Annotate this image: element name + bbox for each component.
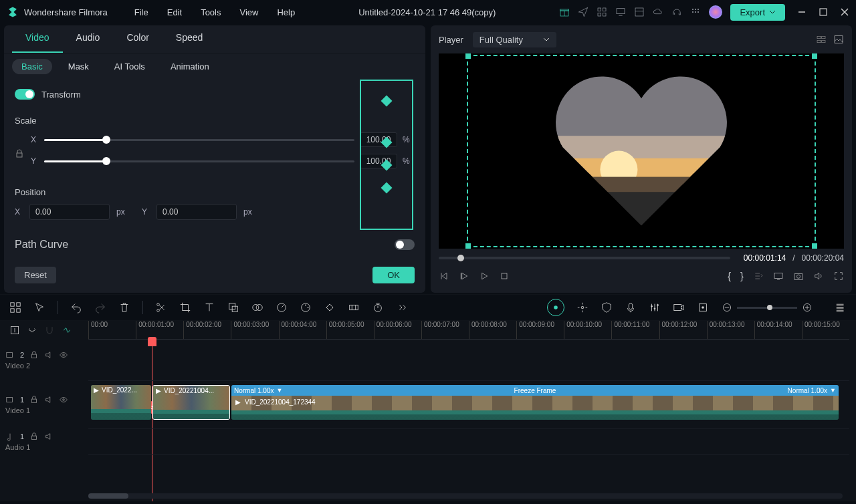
clip-2-selected[interactable]: ▶ VID_20221004...	[152, 385, 230, 420]
record-icon[interactable]	[673, 301, 685, 313]
track-video-2[interactable]: 2 Video 2	[88, 340, 849, 381]
avatar-icon[interactable]	[709, 5, 722, 19]
window-maximize-icon[interactable]	[819, 7, 828, 17]
pos-y-input[interactable]: 0.00	[156, 204, 237, 220]
send-icon[interactable]	[578, 7, 588, 17]
marker-list-icon[interactable]	[753, 271, 764, 281]
scale-x-slider[interactable]	[44, 139, 354, 141]
track-video-1[interactable]: 1 Video 1 ▶ VID_2022... ▶ VID_20221004..…	[88, 381, 849, 429]
keyframe-scale-y-icon[interactable]	[381, 160, 393, 171]
subtab-basic[interactable]: Basic	[12, 59, 52, 74]
lock-icon[interactable]	[29, 395, 39, 404]
scale-y-slider[interactable]	[44, 160, 354, 162]
track-audio-1[interactable]: 1 Audio 1	[88, 429, 849, 455]
clip-1[interactable]: ▶ VID_2022...	[91, 385, 151, 420]
cloud-icon[interactable]	[653, 7, 663, 17]
color-icon[interactable]	[300, 301, 312, 313]
tab-color[interactable]: Color	[113, 25, 162, 53]
volume-icon[interactable]	[813, 271, 824, 281]
grid-view-icon[interactable]	[816, 34, 827, 45]
stop-icon[interactable]	[499, 271, 510, 281]
effects-icon[interactable]	[251, 301, 263, 313]
next-frame-icon[interactable]	[479, 271, 490, 281]
monitor-icon[interactable]	[615, 7, 626, 17]
pos-x-input[interactable]: 0.00	[29, 204, 110, 220]
sparkle-icon[interactable]	[576, 301, 588, 313]
shield-icon[interactable]	[601, 301, 613, 313]
transform-toggle[interactable]	[15, 89, 35, 100]
window-minimize-icon[interactable]	[797, 7, 807, 17]
subtab-ai-tools[interactable]: AI Tools	[105, 59, 154, 74]
tab-audio[interactable]: Audio	[63, 25, 114, 53]
menu-edit[interactable]: Edit	[167, 7, 182, 17]
track-link-icon[interactable]	[27, 325, 37, 336]
grid-icon[interactable]	[597, 7, 607, 17]
more-tools-icon[interactable]	[396, 301, 408, 313]
brace-open-icon[interactable]: {	[728, 270, 731, 281]
zoom-in-icon[interactable]	[801, 301, 813, 313]
zoom-slider[interactable]	[737, 307, 797, 309]
menu-tools[interactable]: Tools	[201, 7, 221, 17]
tab-speed[interactable]: Speed	[163, 25, 216, 53]
zoom-out-icon[interactable]	[721, 301, 733, 313]
fullscreen-icon[interactable]	[833, 271, 844, 281]
quality-dropdown[interactable]: Full Quality	[473, 32, 556, 47]
export-button[interactable]: Export	[730, 4, 785, 21]
track-snap-icon[interactable]	[62, 325, 72, 336]
mic-icon[interactable]	[625, 301, 637, 313]
redo-icon[interactable]	[94, 301, 106, 313]
snapshot-icon[interactable]	[793, 271, 804, 281]
timeline-ruler[interactable]: 00:0000:00:01:0000:00:02:0000:00:03:0000…	[88, 321, 849, 340]
ok-button[interactable]: OK	[372, 267, 415, 283]
lock-icon[interactable]	[29, 432, 39, 441]
timer-icon[interactable]	[372, 301, 384, 313]
menu-file[interactable]: File	[134, 7, 148, 17]
clip-3-freeze[interactable]: Normal 1.00x ▼ Freeze Frame Normal 1.00x…	[231, 385, 839, 420]
track-magnet-icon[interactable]	[44, 325, 55, 336]
layout-tool-icon[interactable]	[9, 301, 21, 313]
layout-icon[interactable]	[634, 7, 645, 17]
image-icon[interactable]	[833, 34, 844, 45]
track-add-icon[interactable]	[9, 325, 20, 336]
speed-icon[interactable]	[276, 301, 288, 313]
mute-icon[interactable]	[44, 395, 54, 404]
eye-icon[interactable]	[59, 395, 68, 404]
delete-icon[interactable]	[118, 301, 130, 313]
brace-close-icon[interactable]: }	[740, 270, 744, 281]
split-icon[interactable]	[155, 301, 167, 313]
track-options-icon[interactable]	[835, 301, 847, 313]
headphones-icon[interactable]	[671, 7, 682, 17]
crop-icon[interactable]	[179, 301, 191, 313]
group-icon[interactable]	[348, 301, 360, 313]
subtab-mask[interactable]: Mask	[59, 59, 98, 74]
ungroup-icon[interactable]	[227, 301, 239, 313]
mute-icon[interactable]	[44, 350, 54, 360]
lock-icon[interactable]	[15, 149, 24, 158]
keyframe-position-icon[interactable]	[381, 182, 393, 194]
window-close-icon[interactable]	[840, 7, 849, 17]
eye-icon[interactable]	[59, 350, 68, 360]
preview-viewport[interactable]	[439, 53, 844, 249]
cursor-tool-icon[interactable]	[33, 301, 45, 313]
tab-video[interactable]: Video	[12, 25, 63, 53]
playback-slider[interactable]	[439, 257, 730, 259]
text-icon[interactable]	[203, 301, 215, 313]
mute-icon[interactable]	[44, 432, 54, 441]
ai-button-icon[interactable]	[547, 299, 564, 316]
reset-button[interactable]: Reset	[15, 267, 56, 283]
subtab-animation[interactable]: Animation	[161, 59, 219, 74]
path-curve-toggle[interactable]	[395, 239, 415, 250]
menu-help[interactable]: Help	[277, 7, 295, 17]
apps-icon[interactable]	[690, 7, 701, 17]
timeline-scrollbar[interactable]	[88, 493, 843, 499]
keyframe-tool-icon[interactable]	[324, 301, 336, 313]
lock-icon[interactable]	[29, 350, 39, 360]
mixer-icon[interactable]	[649, 301, 661, 313]
display-icon[interactable]	[773, 271, 784, 281]
play-icon[interactable]	[459, 271, 469, 281]
keyframe-transform-icon[interactable]	[381, 96, 393, 107]
keyframe-scale-x-icon[interactable]	[381, 137, 393, 148]
menu-view[interactable]: View	[239, 7, 258, 17]
undo-icon[interactable]	[70, 301, 82, 313]
gift-icon[interactable]	[559, 7, 570, 17]
